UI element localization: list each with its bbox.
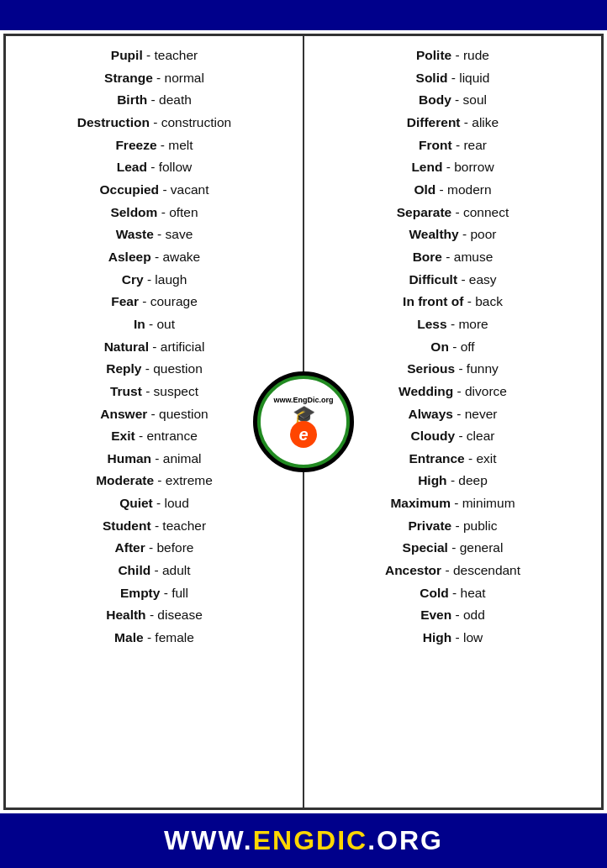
word-bold: Waste: [116, 227, 154, 241]
list-item: Exit - entrance: [111, 425, 198, 448]
list-item: Quiet - loud: [119, 492, 189, 515]
footer-org: .ORG: [367, 825, 443, 855]
word-rest: - animal: [151, 451, 201, 466]
word-bold: Occupied: [99, 182, 159, 197]
logo-area: www.EngDic.org 🎓 e: [253, 371, 354, 472]
word-rest: - out: [145, 317, 175, 331]
word-rest: - liquid: [447, 71, 489, 85]
word-bold: Destruction: [77, 115, 150, 129]
list-item: Different - alike: [407, 112, 499, 134]
word-bold: Exit: [111, 429, 135, 443]
word-rest: - alike: [461, 115, 499, 129]
list-item: Answer - question: [100, 403, 208, 426]
word-rest: - disease: [146, 608, 203, 622]
list-item: Cry - laugh: [122, 269, 187, 292]
word-bold: Pupil: [111, 48, 143, 62]
word-bold: Cloudy: [411, 429, 456, 443]
list-item: In - out: [134, 313, 175, 336]
word-bold: Asleep: [108, 250, 151, 264]
word-rest: - female: [144, 630, 194, 644]
word-bold: Birth: [117, 92, 147, 107]
list-item: Lead - follow: [117, 156, 193, 179]
list-item: Seldom - often: [110, 202, 198, 224]
list-item: Wealthy - poor: [409, 224, 497, 246]
word-bold: Bore: [413, 250, 442, 264]
word-rest: - clear: [455, 429, 494, 443]
word-rest: - easy: [457, 272, 497, 287]
word-rest: - normal: [153, 71, 204, 85]
list-item: Waste - save: [116, 224, 193, 246]
logo-inner: www.EngDic.org 🎓 e: [257, 376, 350, 468]
word-bold: High: [418, 473, 446, 487]
word-bold: Child: [118, 563, 150, 577]
word-bold: High: [423, 630, 451, 644]
list-item: Polite - rude: [416, 45, 489, 67]
word-rest: - rear: [452, 138, 487, 152]
word-rest: - descendant: [441, 563, 520, 577]
word-bold: After: [115, 540, 145, 555]
word-rest: - save: [154, 227, 193, 241]
word-rest: - melt: [157, 138, 193, 152]
word-bold: On: [430, 339, 449, 354]
word-bold: Old: [414, 182, 435, 197]
word-rest: - amuse: [442, 250, 493, 264]
word-bold: Ancestor: [385, 563, 441, 577]
word-rest: - heat: [449, 586, 486, 600]
list-item: Body - soul: [419, 89, 487, 112]
word-rest: - entrance: [135, 429, 198, 443]
word-bold: Front: [419, 138, 452, 152]
list-item: Destruction - construction: [77, 112, 231, 134]
list-item: Reply - question: [106, 358, 203, 381]
word-rest: - soul: [451, 92, 487, 107]
list-item: Student - teacher: [103, 515, 206, 538]
list-item: Empty - full: [120, 582, 188, 605]
list-item: Maximum - minimum: [390, 492, 515, 515]
list-item: Special - general: [403, 537, 504, 560]
list-item: Front - rear: [419, 134, 487, 157]
list-item: Lend - borrow: [411, 156, 494, 179]
word-rest: - before: [145, 540, 194, 555]
word-bold: Maximum: [390, 496, 451, 510]
word-rest: - modern: [435, 182, 491, 197]
word-rest: - laugh: [144, 272, 187, 287]
word-rest: - question: [147, 407, 208, 421]
word-bold: Human: [108, 451, 152, 466]
list-item: Freeze - melt: [115, 134, 193, 157]
list-item: Fear - courage: [111, 291, 198, 313]
word-rest: - full: [160, 586, 188, 600]
word-bold: Separate: [397, 205, 451, 219]
word-bold: Freeze: [115, 138, 156, 152]
word-bold: Private: [409, 518, 452, 533]
word-rest: - funny: [455, 361, 499, 376]
word-bold: Even: [420, 608, 451, 622]
header: [0, 0, 607, 30]
list-item: Moderate - extreme: [96, 470, 213, 492]
list-item: Strange - normal: [104, 67, 204, 90]
word-rest: - follow: [147, 160, 192, 174]
word-rest: - general: [448, 540, 503, 555]
list-item: Even - odd: [420, 604, 485, 627]
word-bold: Entrance: [409, 451, 464, 466]
word-bold: Solid: [416, 71, 448, 85]
logo-circle: www.EngDic.org 🎓 e: [253, 371, 354, 472]
word-rest: - suspect: [142, 384, 198, 398]
word-bold: Moderate: [96, 473, 154, 487]
word-rest: - question: [141, 361, 202, 376]
footer-brand: ENGDIC: [253, 825, 367, 855]
word-rest: - artificial: [149, 339, 204, 354]
word-bold: Polite: [416, 48, 451, 62]
word-rest: - teacher: [143, 48, 198, 62]
word-rest: - divorce: [453, 384, 507, 398]
list-item: Bore - amuse: [413, 246, 494, 269]
list-item: Trust - suspect: [110, 381, 198, 403]
word-rest: - exit: [465, 451, 497, 466]
word-bold: Reply: [106, 361, 141, 376]
word-bold: Trust: [110, 384, 142, 398]
list-item: Ancestor - descendant: [385, 560, 520, 582]
word-rest: - public: [451, 518, 497, 533]
word-bold: Wealthy: [409, 227, 459, 241]
logo-url-text: www.EngDic.org: [273, 396, 333, 404]
word-rest: - often: [157, 205, 198, 219]
content-area: Pupil - teacherStrange - normalBirth - d…: [3, 34, 604, 810]
list-item: Human - animal: [108, 448, 202, 471]
